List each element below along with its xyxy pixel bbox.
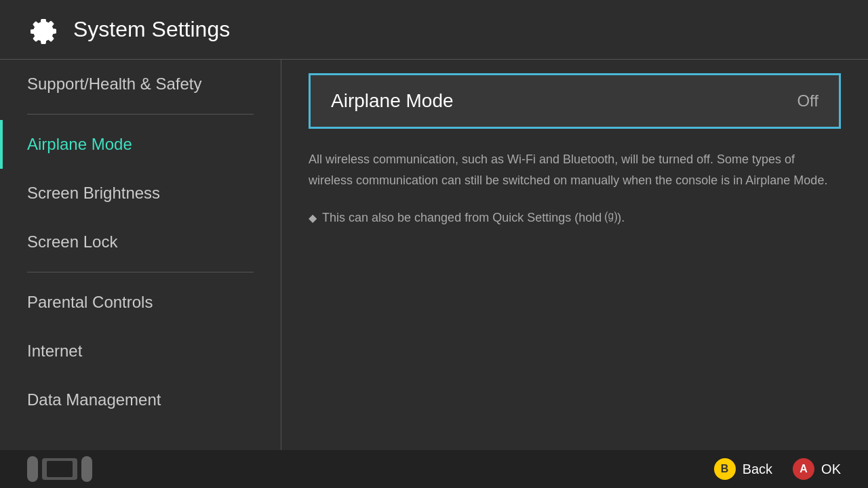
selected-item-title: Airplane Mode — [331, 90, 454, 112]
sidebar-item-parental[interactable]: Parental Controls — [0, 278, 281, 327]
page-title: System Settings — [73, 17, 230, 42]
console-icon — [27, 456, 92, 482]
ok-button[interactable]: A OK — [793, 458, 841, 480]
switch-body — [42, 458, 77, 480]
main-layout: Support/Health & Safety Airplane Mode Sc… — [0, 60, 868, 450]
a-button-icon: A — [793, 458, 814, 480]
header: System Settings — [0, 0, 868, 60]
back-button[interactable]: B Back — [714, 458, 772, 480]
footer: B Back A OK — [0, 450, 868, 488]
switch-screen — [47, 461, 73, 477]
sidebar-item-screenlock[interactable]: Screen Lock — [0, 218, 281, 266]
content-panel: Airplane Mode Off All wireless communica… — [281, 60, 868, 450]
sidebar-divider-1 — [27, 114, 254, 115]
selected-item-card[interactable]: Airplane Mode Off — [309, 73, 841, 129]
b-button-icon: B — [714, 458, 736, 480]
content-tip: ◆ This can also be changed from Quick Se… — [309, 209, 841, 226]
sidebar-divider-2 — [27, 272, 254, 272]
gear-icon — [27, 14, 60, 46]
sidebar-item-datamanagement[interactable]: Data Management — [0, 375, 281, 424]
diamond-icon: ◆ — [309, 211, 317, 224]
sidebar-item-brightness[interactable]: Screen Brightness — [0, 169, 281, 218]
sidebar-item-airplane[interactable]: Airplane Mode — [0, 120, 281, 169]
right-joycon — [81, 456, 92, 482]
left-joycon — [27, 456, 38, 482]
selected-item-value: Off — [797, 92, 818, 110]
sidebar-item-support[interactable]: Support/Health & Safety — [0, 60, 281, 108]
sidebar: Support/Health & Safety Airplane Mode Sc… — [0, 60, 281, 450]
content-description: All wireless communication, such as Wi-F… — [309, 142, 841, 197]
sidebar-item-internet[interactable]: Internet — [0, 327, 281, 375]
